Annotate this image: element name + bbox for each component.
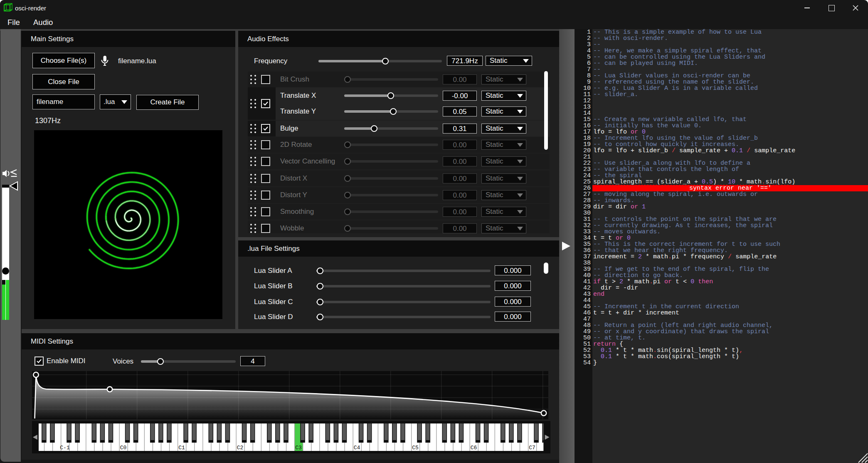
svg-text:C4: C4 xyxy=(354,445,360,451)
svg-text:C5: C5 xyxy=(412,445,419,451)
svg-text:C1: C1 xyxy=(178,445,185,451)
svg-text:C0: C0 xyxy=(120,445,127,451)
svg-text:C7: C7 xyxy=(529,445,535,451)
svg-text:C6: C6 xyxy=(471,445,477,451)
svg-text:C2: C2 xyxy=(237,445,244,451)
svg-text:C3: C3 xyxy=(295,445,302,451)
svg-text:C-1: C-1 xyxy=(60,445,70,451)
